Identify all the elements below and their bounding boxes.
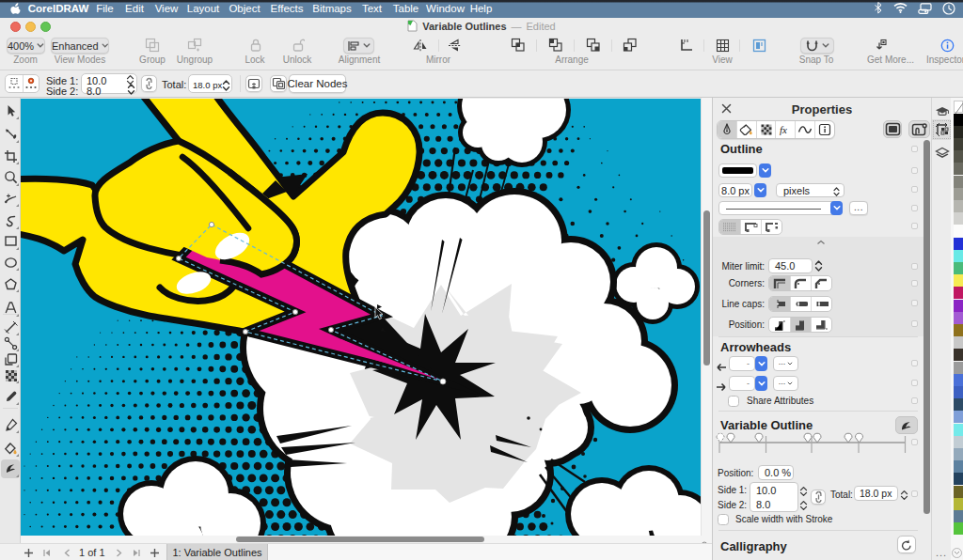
color-eyedropper-tool[interactable] xyxy=(1,387,20,406)
side2-input[interactable]: 8.0 xyxy=(87,86,101,97)
state-indicator[interactable] xyxy=(911,360,918,366)
vertical-scrollbar[interactable] xyxy=(701,98,712,536)
panel-summary-tab[interactable] xyxy=(814,121,834,138)
state-indicator[interactable] xyxy=(911,263,918,270)
unlock-button[interactable] xyxy=(291,38,306,53)
color-swatch-5[interactable] xyxy=(954,163,963,175)
state-indicator[interactable] xyxy=(911,397,918,404)
menu-edit[interactable]: Edit xyxy=(125,3,144,14)
total-stepper[interactable] xyxy=(222,79,230,94)
first-page-button[interactable] xyxy=(39,546,53,559)
color-swatch-9[interactable] xyxy=(954,212,963,225)
color-swatch-16[interactable] xyxy=(954,300,963,312)
total-field[interactable]: 18.0 px xyxy=(188,74,232,93)
color-swatch-32[interactable] xyxy=(954,498,963,510)
preview-option-1[interactable] xyxy=(719,220,740,234)
add-page-button-2[interactable] xyxy=(148,546,161,559)
crop-tool[interactable] xyxy=(1,147,20,165)
outline-centered-button[interactable] xyxy=(790,318,811,332)
hscroll-thumb[interactable] xyxy=(236,537,484,542)
vo-total-stepper[interactable] xyxy=(900,488,908,505)
dropdown-button[interactable] xyxy=(754,183,766,197)
panel-fill-tab[interactable] xyxy=(736,121,756,138)
state-indicator[interactable] xyxy=(911,186,918,193)
vo-side-values-field[interactable]: 10.08.0 xyxy=(750,482,798,512)
arrange-button-4[interactable] xyxy=(623,38,638,53)
variable-outline-slider[interactable] xyxy=(713,431,924,456)
side2-stepper[interactable] xyxy=(127,83,135,98)
state-indicator[interactable] xyxy=(911,490,918,497)
outline-inside-button[interactable] xyxy=(769,318,790,332)
arrange-button-3[interactable] xyxy=(586,38,601,53)
menu-effects[interactable]: Effects xyxy=(271,3,304,14)
zoom-dropdown[interactable]: 400% xyxy=(7,38,45,54)
variable-node-button[interactable] xyxy=(23,75,39,92)
color-swatch-10[interactable] xyxy=(954,225,963,237)
drawing-canvas[interactable] xyxy=(21,99,701,536)
color-swatch-30[interactable] xyxy=(954,473,963,485)
menu-text[interactable]: Text xyxy=(362,3,382,14)
color-swatch-29[interactable] xyxy=(954,460,963,473)
state-indicator[interactable] xyxy=(911,146,918,152)
polygon-tool[interactable] xyxy=(1,274,20,293)
interactive-fill-tool[interactable] xyxy=(1,439,20,458)
mirror-horizontal-button[interactable] xyxy=(413,38,428,53)
state-indicator[interactable] xyxy=(911,380,918,386)
canvas-artwork[interactable] xyxy=(21,99,701,536)
shape-tool[interactable] xyxy=(1,125,20,144)
panel-scrollbar[interactable] xyxy=(924,140,930,514)
outline-style-field[interactable] xyxy=(718,201,843,215)
state-indicator[interactable] xyxy=(911,205,918,211)
panel-outline-tab[interactable] xyxy=(718,121,736,138)
last-page-button[interactable] xyxy=(130,546,143,559)
state-indicator[interactable] xyxy=(911,223,918,229)
miter-corner-button[interactable] xyxy=(769,276,790,290)
arrowhead-end-field[interactable]: - xyxy=(729,376,755,391)
inspectors-button[interactable] xyxy=(939,38,955,53)
bluetooth-icon[interactable] xyxy=(874,2,883,16)
copy-attributes-button[interactable] xyxy=(270,75,287,92)
color-swatch-19[interactable] xyxy=(954,336,963,349)
collapse-icon[interactable] xyxy=(816,240,826,245)
color-swatch-22[interactable] xyxy=(954,374,963,386)
menu-window[interactable]: Window xyxy=(426,3,465,14)
side-values-field[interactable]: 10.08.0 xyxy=(81,73,137,94)
layers-docker-tab[interactable] xyxy=(932,143,952,163)
view-modes-dropdown[interactable]: Enhanced xyxy=(51,38,109,54)
menu-file[interactable]: File xyxy=(96,3,114,14)
color-swatch-12[interactable] xyxy=(954,250,963,262)
pick-tool[interactable] xyxy=(1,101,20,120)
square-cap-button[interactable] xyxy=(811,297,831,311)
state-indicator[interactable] xyxy=(911,300,918,306)
node-properties-button[interactable] xyxy=(245,75,262,92)
alignment-dropdown[interactable] xyxy=(343,38,374,54)
panel-curve-tab[interactable] xyxy=(795,121,814,138)
miter-limit-field[interactable]: 45.0 xyxy=(768,258,813,273)
ellipse-tool[interactable] xyxy=(1,253,20,272)
lock-button[interactable] xyxy=(248,38,263,53)
frame-mode-button[interactable] xyxy=(883,120,902,138)
color-swatch-14[interactable] xyxy=(954,274,963,287)
horizontal-scrollbar[interactable] xyxy=(21,536,701,543)
clock-icon[interactable] xyxy=(942,2,955,17)
color-swatch-25[interactable] xyxy=(954,411,963,423)
state-indicator[interactable] xyxy=(911,439,918,445)
view-page-button[interactable] xyxy=(751,38,766,53)
outline-units-select[interactable]: pixels xyxy=(776,183,845,197)
mirror-vertical-button[interactable] xyxy=(447,38,462,53)
snap-to-dropdown[interactable] xyxy=(800,38,834,54)
color-swatch-3[interactable] xyxy=(954,138,963,150)
color-swatch-17[interactable] xyxy=(954,312,963,324)
outline-color-swatch[interactable] xyxy=(718,163,757,178)
scale-width-checkbox[interactable] xyxy=(718,514,729,525)
previous-page-button[interactable] xyxy=(60,546,73,559)
color-swatch-18[interactable] xyxy=(954,324,963,336)
wifi-icon[interactable] xyxy=(893,3,908,15)
zoom-tool[interactable] xyxy=(1,168,20,187)
outline-width-field[interactable]: 8.0 px xyxy=(718,183,752,197)
dropdown-button[interactable] xyxy=(759,163,771,178)
color-swatch-28[interactable] xyxy=(954,448,963,460)
vo-link-button[interactable] xyxy=(811,490,826,505)
clear-nodes-button[interactable]: Clear Nodes xyxy=(289,74,346,93)
menu-object[interactable]: Object xyxy=(229,3,260,14)
